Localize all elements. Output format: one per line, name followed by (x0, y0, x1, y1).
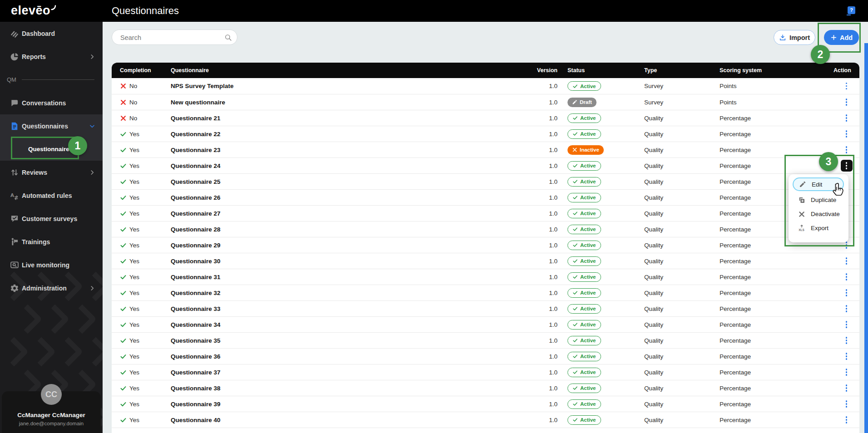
version-cell: 1.0 (502, 385, 561, 392)
import-download-icon (779, 34, 786, 41)
status-cell: Inactive (561, 145, 643, 155)
status-badge: Active (567, 336, 601, 345)
status-badge: Active (567, 384, 601, 393)
sidebar-subitem-questionnaires[interactable]: Questionnaires (0, 138, 103, 161)
type-cell: Survey (643, 83, 718, 89)
sidebar-item-dashboard[interactable]: Dashboard (0, 22, 103, 45)
row-actions-kebab-icon[interactable] (841, 382, 853, 394)
sidebar-item-reports[interactable]: Reports (0, 45, 103, 68)
type-cell: Quality (643, 290, 718, 296)
check-icon (120, 353, 127, 360)
version-cell: 1.0 (502, 242, 561, 249)
version-cell: 1.0 (502, 99, 561, 106)
row-actions-kebab-icon[interactable] (841, 112, 853, 124)
questionnaire-name: Questionnaire 39 (171, 401, 502, 408)
reviews-icon (10, 168, 19, 177)
trainings-icon (10, 237, 19, 246)
type-cell: Quality (643, 385, 718, 392)
table-row: YesQuestionnaire 301.0ActiveQualityPerce… (112, 253, 859, 269)
sidebar-item-conversations[interactable]: Conversations (0, 91, 103, 114)
row-actions-kebab-icon[interactable] (841, 287, 853, 299)
version-cell: 1.0 (502, 147, 561, 153)
annotation-step-2: 2 (811, 45, 830, 64)
row-actions-kebab-icon[interactable] (841, 366, 853, 378)
add-button[interactable]: Add (824, 30, 859, 45)
chevron-right-icon (89, 285, 95, 291)
row-actions-kebab-icon[interactable] (841, 80, 853, 92)
completion-cell: Yes (112, 274, 171, 280)
completion-cell: Yes (112, 353, 171, 360)
row-actions-kebab-icon[interactable] (841, 128, 853, 140)
status-cell: Active (561, 193, 643, 202)
row-actions-kebab-icon[interactable] (841, 144, 853, 156)
row-actions-kebab-icon[interactable] (841, 271, 853, 283)
table-row: YesQuestionnaire 221.0ActiveQualityPerce… (112, 126, 859, 142)
duplicate-icon (798, 197, 805, 204)
check-icon (120, 226, 127, 233)
annotation-step-1: 1 (68, 136, 87, 155)
menu-item-edit[interactable]: Edit (793, 177, 844, 191)
annotation-step-3: 3 (819, 152, 838, 171)
row-actions-kebab-icon[interactable] (841, 160, 853, 172)
check-icon (120, 131, 127, 138)
row-actions-kebab-icon[interactable] (841, 255, 853, 267)
menu-item-duplicate[interactable]: Duplicate (789, 193, 848, 207)
row-actions-kebab-icon[interactable] (841, 303, 853, 315)
profile-email: jane.doe@company.domain (2, 421, 101, 426)
vertical-scrollbar[interactable] (864, 43, 868, 433)
status-badge: Active (567, 288, 601, 298)
status-cell: Active (561, 352, 643, 361)
questionnaire-name: Questionnaire 34 (171, 321, 502, 328)
table-row: YesQuestionnaire 251.0ActiveQualityPerce… (112, 173, 859, 189)
action-cell (833, 271, 859, 283)
scoring-cell: Percentage (718, 401, 833, 408)
table-row: YesQuestionnaire 271.0ActiveQualityPerce… (112, 205, 859, 221)
sidebar-item-automated-rules[interactable]: Automated rules (0, 184, 103, 207)
questionnaire-name: Questionnaire 25 (171, 178, 502, 185)
check-icon (120, 337, 127, 344)
row-actions-kebab-icon[interactable] (841, 319, 853, 330)
completion-cell: Yes (112, 305, 171, 312)
questionnaires-icon (10, 122, 19, 131)
cross-icon (120, 83, 127, 89)
menu-item-export[interactable]: Export (789, 221, 848, 235)
table-row: YesQuestionnaire 311.0ActiveQualityPerce… (112, 269, 859, 285)
row-actions-kebab-icon[interactable] (841, 96, 853, 108)
help-icon[interactable]: ? (848, 6, 855, 14)
sidebar-item-questionnaires[interactable]: Questionnaires (0, 114, 103, 138)
sidebar-item-customer-surveys[interactable]: Customer surveys (0, 207, 103, 230)
row-actions-kebab-icon[interactable] (841, 398, 853, 410)
sidebar-item-trainings[interactable]: Trainings (0, 230, 103, 253)
action-cell (833, 303, 859, 315)
logo-mark-icon (51, 5, 56, 10)
user-profile[interactable]: CC CcManager CcManager jane.doe@company.… (2, 391, 101, 433)
action-cell (833, 128, 859, 140)
check-icon (120, 369, 127, 376)
import-button[interactable]: Import (774, 30, 815, 45)
type-cell: Quality (643, 242, 718, 249)
check-icon (120, 178, 127, 185)
completion-cell: Yes (112, 131, 171, 138)
status-active-icon (572, 354, 578, 359)
questionnaire-name: Questionnaire 26 (171, 194, 502, 201)
row-actions-kebab-icon[interactable] (841, 414, 853, 426)
sidebar-item-administration[interactable]: Administration (0, 276, 103, 300)
status-badge: Active (567, 241, 601, 250)
check-icon (120, 385, 127, 392)
questionnaire-name: Questionnaire 23 (171, 147, 502, 153)
version-cell: 1.0 (502, 258, 561, 265)
row-actions-kebab-icon[interactable] (841, 350, 853, 362)
questionnaire-name: Questionnaire 24 (171, 162, 502, 169)
status-cell: Active (561, 129, 643, 139)
app-logo: elevēo (11, 4, 56, 18)
status-cell: Active (561, 399, 643, 409)
sidebar-item-reviews[interactable]: Reviews (0, 161, 103, 184)
row-actions-kebab-icon[interactable] (841, 335, 853, 346)
check-icon (120, 210, 127, 217)
sidebar-item-live-monitoring[interactable]: Live monitoring (0, 253, 103, 276)
search-input[interactable] (119, 30, 221, 45)
status-active-icon (572, 322, 578, 327)
status-badge: Active (567, 415, 601, 425)
menu-item-deactivate[interactable]: Deactivate (789, 207, 848, 221)
action-cell (833, 414, 859, 426)
